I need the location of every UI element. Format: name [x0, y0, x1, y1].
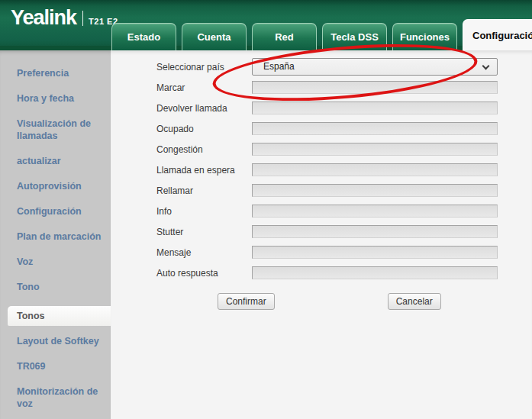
tab-cuenta[interactable]: Cuenta: [182, 23, 247, 50]
form-row: Mensaje: [156, 242, 532, 263]
yealink-web-ui: Yealink T21 E2 Estado Cuenta Red Tecla D…: [0, 0, 532, 419]
tab-red[interactable]: Red: [252, 23, 317, 50]
sidebar-item-tr069[interactable]: TR069: [0, 360, 111, 372]
sidebar-item-plan-de-marcacion[interactable]: Plan de marcación: [0, 230, 111, 243]
form-row: Rellamar: [156, 180, 532, 201]
form-row: Devolver llamada: [156, 98, 532, 118]
input-auto-respuesta: [252, 266, 498, 279]
sidebar-item-layout-de-softkey[interactable]: Layout de Softkey: [0, 335, 111, 347]
button-row: Confirmar Cancelar: [156, 293, 532, 310]
field-label: Seleccionar país: [156, 62, 252, 73]
form-row: Llamada en espera: [156, 160, 532, 180]
field-label: Rellamar: [156, 185, 252, 196]
field-label: Mensaje: [156, 247, 252, 258]
form-row: Congestión: [156, 139, 532, 160]
tab-funciones[interactable]: Funciones: [392, 23, 457, 50]
cancel-button[interactable]: Cancelar: [388, 293, 441, 310]
form-row: Marcar: [156, 77, 532, 98]
form-row: Seleccionar país España: [156, 56, 532, 77]
field-label: Marcar: [156, 82, 252, 93]
input-devolver-llamada: [252, 102, 498, 114]
confirm-button[interactable]: Confirmar: [218, 293, 275, 310]
sidebar-item-tono[interactable]: Tono: [0, 281, 111, 293]
input-ocupado: [252, 122, 498, 135]
input-mensaje: [252, 246, 498, 259]
form-row: Ocupado: [156, 118, 532, 139]
sidebar: Preferencia Hora y fecha Visualización d…: [0, 50, 111, 419]
sidebar-item-monitorizacion-de-voz[interactable]: Monitorización de voz: [0, 385, 111, 410]
field-label: Stutter: [156, 227, 252, 237]
tab-estado[interactable]: Estado: [111, 23, 176, 50]
brand-text: Yealink: [11, 8, 76, 27]
tab-configuracion[interactable]: Configuración: [463, 19, 532, 50]
sidebar-item-tonos[interactable]: Tonos: [8, 306, 111, 326]
input-info: [252, 205, 498, 218]
chevron-down-icon: [482, 63, 490, 70]
field-label: Devolver llamada: [156, 103, 252, 114]
sidebar-nav: Preferencia Hora y fecha Visualización d…: [0, 50, 111, 419]
form-row: Info: [156, 201, 532, 221]
form-row: Stutter: [156, 221, 532, 242]
country-select-value: España: [263, 61, 295, 72]
country-select[interactable]: España: [252, 58, 498, 76]
yealink-logo: Yealink T21 E2: [11, 8, 118, 27]
field-label: Info: [156, 206, 252, 217]
input-congestion: [252, 143, 498, 156]
form-row: Auto respuesta: [156, 263, 532, 283]
tab-tecla-dss[interactable]: Tecla DSS: [322, 23, 387, 50]
sidebar-item-visualizacion-de-llamadas[interactable]: Visualización de llamadas: [0, 118, 111, 142]
sidebar-item-actualizar[interactable]: actualizar: [0, 155, 111, 167]
sidebar-item-configuracion[interactable]: Configuración: [0, 205, 111, 218]
input-stutter: [252, 225, 498, 238]
field-label: Llamada en espera: [156, 165, 252, 176]
field-label: Auto respuesta: [156, 268, 252, 279]
sidebar-item-voz[interactable]: Voz: [0, 256, 111, 268]
input-llamada-en-espera: [252, 163, 498, 176]
field-label: Congestión: [156, 144, 252, 155]
app-header: Yealink T21 E2 Estado Cuenta Red Tecla D…: [0, 0, 532, 50]
field-label: Ocupado: [156, 124, 252, 134]
input-marcar: [252, 81, 498, 94]
content-panel: Seleccionar país España Marcar Devolver …: [111, 50, 532, 419]
sidebar-item-preferencia[interactable]: Preferencia: [0, 67, 111, 79]
sidebar-item-hora-y-fecha[interactable]: Hora y fecha: [0, 92, 111, 105]
sidebar-item-autoprovision[interactable]: Autoprovisión: [0, 180, 111, 192]
logo-divider: [82, 11, 83, 26]
input-rellamar: [252, 184, 498, 197]
